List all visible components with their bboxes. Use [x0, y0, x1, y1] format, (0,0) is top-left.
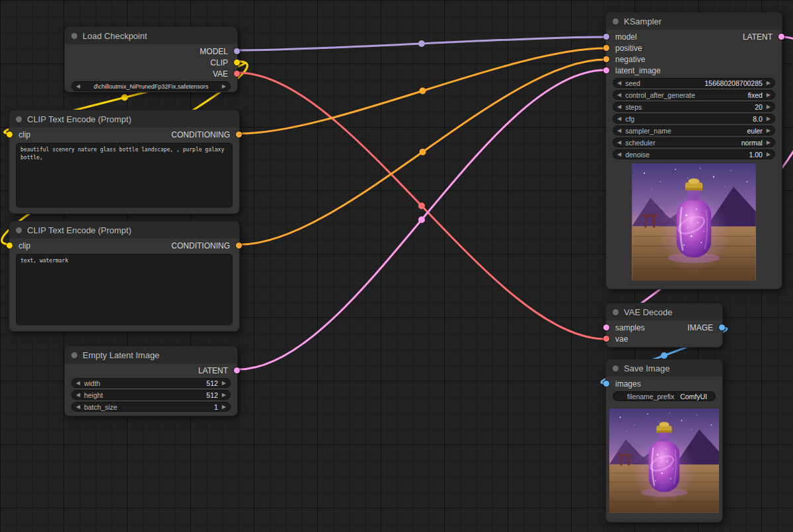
save-image-title-bar[interactable]: Save Image: [606, 360, 722, 377]
decrement-icon[interactable]: ◀: [617, 152, 621, 157]
decrement-icon[interactable]: ◀: [617, 104, 621, 110]
output-row-model: MODEL: [65, 46, 237, 57]
denoise-widget[interactable]: ◀ denoise 1.00 ▶: [613, 149, 775, 159]
collapse-dot-icon[interactable]: [16, 116, 22, 122]
latent-output-label: LATENT: [198, 366, 228, 375]
node-graph-canvas[interactable]: Load Checkpoint MODEL CLIP VAE ◀ d\chill…: [0, 0, 793, 532]
clip-output-port[interactable]: [234, 59, 240, 65]
widget-label: control_after_generate: [625, 91, 748, 99]
node-clip-text-encode-positive[interactable]: CLIP Text Encode (Prompt) clip CONDITION…: [9, 110, 240, 214]
vae-decode-title-bar[interactable]: VAE Decode: [606, 303, 722, 321]
positive-prompt-textarea[interactable]: beautiful scenery nature glass bottle la…: [16, 143, 233, 208]
node-title: CLIP Text Encode (Prompt): [27, 114, 132, 124]
ksampler-title-bar[interactable]: KSampler: [606, 13, 782, 30]
vae-input-port[interactable]: [603, 336, 609, 342]
ksampler-preview-image: [631, 163, 757, 281]
collapse-dot-icon[interactable]: [613, 365, 619, 371]
latent-output-port[interactable]: [778, 34, 784, 40]
cfg-widget[interactable]: ◀ cfg 8.0 ▶: [613, 114, 775, 124]
collapse-dot-icon[interactable]: [71, 33, 77, 39]
prev-option-icon[interactable]: ◀: [617, 128, 621, 133]
images-input-port[interactable]: [603, 381, 609, 387]
widget-value: 512: [206, 391, 218, 399]
steps-widget[interactable]: ◀ steps 20 ▶: [613, 102, 775, 112]
decrement-icon[interactable]: ◀: [617, 81, 621, 86]
widget-value: normal: [741, 139, 763, 147]
widget-value: 20: [755, 103, 763, 111]
clip-input-port[interactable]: [7, 243, 13, 248]
node-ksampler[interactable]: KSampler model LATENT positive negative …: [605, 12, 782, 289]
widget-label: cfg: [625, 115, 753, 123]
decrement-icon[interactable]: ◀: [76, 381, 80, 386]
negative-input-port[interactable]: [603, 56, 609, 62]
decrement-icon[interactable]: ◀: [617, 116, 621, 122]
clip-input-port[interactable]: [7, 132, 13, 137]
height-widget[interactable]: ◀ height 512 ▶: [71, 390, 231, 400]
samples-input-label: samples: [615, 323, 645, 332]
slot-row: latent_image: [606, 65, 782, 76]
widget-label: width: [84, 379, 206, 387]
decrement-icon[interactable]: ◀: [76, 393, 80, 398]
increment-icon[interactable]: ▶: [767, 81, 771, 86]
widget-value: ComfyUI: [680, 393, 707, 400]
next-option-icon[interactable]: ▶: [222, 84, 226, 89]
decrement-icon[interactable]: ◀: [76, 404, 80, 410]
width-widget[interactable]: ◀ width 512 ▶: [71, 378, 231, 388]
node-clip-text-encode-negative[interactable]: CLIP Text Encode (Prompt) clip CONDITION…: [9, 221, 240, 332]
next-option-icon[interactable]: ▶: [767, 128, 771, 133]
slot-row: clip CONDITIONING: [9, 240, 239, 251]
samples-input-port[interactable]: [603, 324, 609, 330]
collapse-dot-icon[interactable]: [71, 352, 77, 358]
image-output-port[interactable]: [719, 324, 725, 330]
widget-value: 1: [214, 403, 218, 411]
increment-icon[interactable]: ▶: [767, 104, 771, 110]
conditioning-output-port[interactable]: [236, 132, 242, 137]
sampler-name-widget[interactable]: ◀ sampler_name euler ▶: [613, 126, 775, 135]
conditioning-output-port[interactable]: [236, 243, 242, 248]
negative-prompt-textarea[interactable]: text, watermark: [16, 254, 233, 325]
link-midpoint-vae: [418, 203, 425, 209]
next-option-icon[interactable]: ▶: [767, 93, 771, 98]
increment-icon[interactable]: ▶: [767, 152, 771, 157]
negative-prompt-title-bar[interactable]: CLIP Text Encode (Prompt): [9, 221, 239, 239]
output-row-clip: CLIP: [65, 57, 237, 68]
collapse-dot-icon[interactable]: [613, 19, 619, 24]
increment-icon[interactable]: ▶: [222, 393, 226, 398]
node-empty-latent-image[interactable]: Empty Latent Image LATENT ◀ width 512 ▶ …: [64, 346, 238, 416]
increment-icon[interactable]: ▶: [222, 404, 226, 410]
widget-label: batch_size: [84, 403, 214, 411]
prev-option-icon[interactable]: ◀: [617, 93, 621, 98]
negative-input-label: negative: [615, 55, 645, 64]
increment-icon[interactable]: ▶: [767, 116, 771, 122]
vae-output-port[interactable]: [234, 71, 240, 77]
node-save-image[interactable]: Save Image images filename_prefix ComfyU…: [605, 359, 723, 523]
collapse-dot-icon[interactable]: [613, 309, 619, 315]
collapse-dot-icon[interactable]: [16, 227, 22, 233]
widget-label: height: [84, 391, 206, 399]
slot-row: images: [606, 378, 722, 389]
latent-output-port[interactable]: [234, 367, 240, 373]
load-checkpoint-title-bar[interactable]: Load Checkpoint: [65, 27, 237, 44]
positive-input-port[interactable]: [603, 45, 609, 51]
next-option-icon[interactable]: ▶: [767, 140, 771, 145]
model-output-port[interactable]: [234, 48, 240, 54]
ckpt-name-widget[interactable]: ◀ d\chilloutmix_NiPrunedFp32Fix.safetens…: [71, 81, 231, 91]
widget-label: scheduler: [625, 139, 741, 147]
model-input-port[interactable]: [603, 34, 609, 40]
filename-prefix-widget[interactable]: filename_prefix ComfyUI: [613, 391, 716, 401]
empty-latent-title-bar[interactable]: Empty Latent Image: [65, 346, 237, 363]
prev-option-icon[interactable]: ◀: [617, 140, 621, 145]
seed-widget[interactable]: ◀ seed 156680208700285 ▶: [613, 78, 775, 88]
batch-size-widget[interactable]: ◀ batch_size 1 ▶: [71, 402, 231, 412]
positive-prompt-title-bar[interactable]: CLIP Text Encode (Prompt): [9, 110, 239, 128]
scheduler-widget[interactable]: ◀ scheduler normal ▶: [613, 137, 775, 147]
node-vae-decode[interactable]: VAE Decode samples IMAGE vae: [605, 303, 723, 348]
increment-icon[interactable]: ▶: [222, 381, 226, 386]
widget-value: 156680208700285: [704, 79, 763, 87]
conditioning-output-label: CONDITIONING: [171, 241, 230, 250]
link-midpoint-negative-conditioning: [420, 149, 426, 155]
node-load-checkpoint[interactable]: Load Checkpoint MODEL CLIP VAE ◀ d\chill…: [64, 26, 238, 93]
widget-value: fixed: [748, 91, 763, 99]
control-after-generate-widget[interactable]: ◀ control_after_generate fixed ▶: [613, 90, 775, 100]
latent-image-input-port[interactable]: [603, 67, 609, 73]
